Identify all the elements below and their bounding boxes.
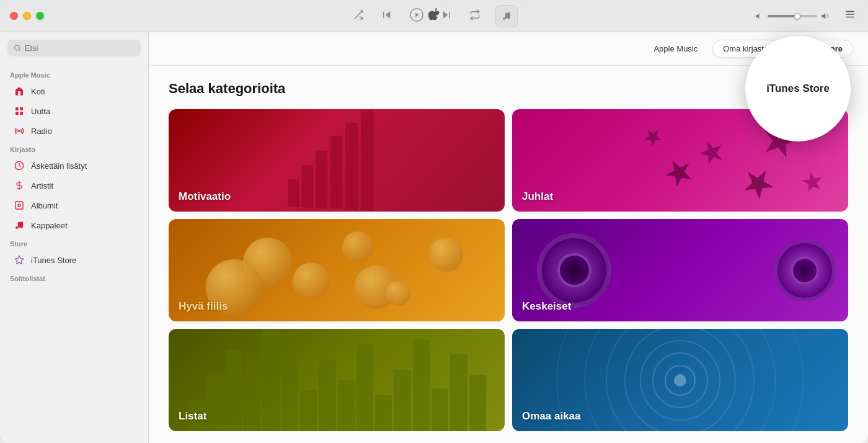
svg-rect-18 — [20, 107, 23, 110]
itunes-highlight-label: iTunes Store — [766, 83, 830, 95]
sidebar: Apple Music Koti — [0, 32, 149, 443]
sidebar-item-uutta[interactable]: Uutta — [4, 102, 144, 120]
svg-point-26 — [16, 226, 18, 229]
apple-logo — [428, 8, 440, 24]
repeat-button[interactable] — [467, 7, 483, 25]
search-input[interactable] — [25, 43, 135, 53]
volume-control — [755, 11, 831, 21]
grid-icon — [14, 105, 25, 117]
album-icon — [14, 200, 25, 211]
svg-point-15 — [14, 45, 19, 50]
itunes-highlight-circle: iTunes Store — [745, 36, 851, 141]
music-icon-button[interactable] — [495, 5, 518, 27]
svg-marker-5 — [415, 12, 419, 17]
app-window: Apple Music Koti — [0, 0, 868, 443]
shuffle-button[interactable] — [350, 7, 366, 25]
sidebar-item-radio-label: Radio — [31, 127, 52, 136]
sidebar-item-artistit[interactable]: Artistit — [4, 176, 144, 195]
juhlat-label: Juhlat — [522, 190, 553, 203]
sidebar-item-askettain[interactable]: Äskettäin lisätyt — [4, 156, 144, 175]
listat-bg — [169, 329, 505, 431]
close-button[interactable] — [10, 12, 18, 20]
keskeiset-label: Keskeiset — [522, 300, 571, 313]
sidebar-item-koti-label: Koti — [31, 87, 45, 96]
volume-high-icon — [821, 11, 831, 21]
radio-icon — [14, 125, 25, 136]
traffic-lights — [10, 12, 44, 20]
menu-button[interactable] — [844, 9, 856, 23]
sidebar-item-koti[interactable]: Koti — [4, 82, 144, 101]
house-icon — [14, 86, 25, 97]
svg-line-16 — [19, 50, 20, 51]
sidebar-item-albumit[interactable]: Albumit — [4, 196, 144, 215]
svg-marker-11 — [822, 13, 825, 19]
titlebar — [0, 0, 868, 32]
volume-slider[interactable] — [768, 15, 817, 17]
sidebar-item-radio[interactable]: Radio — [4, 122, 144, 140]
svg-point-9 — [508, 16, 510, 19]
soittolistat-section-label: Soittolistat — [0, 270, 148, 285]
maximize-button[interactable] — [36, 12, 44, 20]
categories-grid: Motivaatio — [169, 109, 848, 431]
svg-point-21 — [19, 130, 20, 132]
next-button[interactable] — [438, 7, 454, 25]
svg-point-27 — [20, 226, 23, 228]
sidebar-item-uutta-label: Uutta — [31, 107, 50, 116]
sidebar-item-artistit-label: Artistit — [31, 181, 53, 190]
note-icon — [14, 220, 25, 231]
svg-point-8 — [503, 17, 505, 20]
motivaatio-label: Motivaatio — [179, 190, 231, 203]
volume-icon — [755, 12, 764, 20]
svg-rect-17 — [16, 107, 19, 110]
svg-marker-28 — [15, 256, 23, 264]
sidebar-item-itunes-store[interactable]: iTunes Store — [4, 251, 144, 269]
listat-deco — [169, 329, 505, 431]
main-area: Apple Music Koti — [0, 32, 868, 443]
svg-point-25 — [18, 204, 20, 207]
svg-rect-20 — [20, 112, 23, 115]
category-keskeiset[interactable]: Keskeiset — [512, 219, 848, 321]
svg-marker-6 — [443, 11, 448, 19]
tab-apple-music[interactable]: Apple Music — [644, 40, 707, 57]
category-listat[interactable]: Listat — [169, 329, 505, 431]
play-button[interactable] — [407, 6, 426, 27]
listat-label: Listat — [179, 410, 206, 423]
minimize-button[interactable] — [23, 12, 31, 20]
svg-rect-19 — [16, 112, 19, 115]
omaa-aikaa-label: Omaa aikaa — [522, 410, 581, 423]
kirjasto-section-label: Kirjasto — [0, 141, 148, 156]
store-section-label: Store — [0, 235, 148, 250]
mic-icon — [14, 180, 25, 191]
category-hyva-fiilis[interactable]: Hyvä fiilis — [169, 219, 505, 321]
category-omaa-aikaa[interactable]: Omaa aikaa — [512, 329, 848, 431]
sidebar-item-kappaleet[interactable]: Kappaleet — [4, 216, 144, 235]
star-icon — [14, 254, 25, 266]
search-bar[interactable] — [7, 40, 141, 56]
apple-music-section-label: Apple Music — [0, 66, 148, 81]
previous-button[interactable] — [379, 7, 395, 25]
sidebar-item-askettain-label: Äskettäin lisätyt — [31, 161, 87, 171]
sidebar-item-kappaleet-label: Kappaleet — [31, 221, 68, 230]
sidebar-item-albumit-label: Albumit — [31, 201, 58, 210]
category-motivaatio[interactable]: Motivaatio — [169, 109, 505, 212]
hyva-fiilis-label: Hyvä fiilis — [179, 300, 228, 313]
svg-marker-2 — [386, 11, 391, 19]
svg-marker-10 — [756, 13, 759, 18]
svg-rect-24 — [16, 202, 23, 209]
sidebar-item-itunes-store-label: iTunes Store — [31, 256, 76, 265]
clock-icon — [14, 160, 25, 171]
search-icon — [14, 44, 21, 52]
